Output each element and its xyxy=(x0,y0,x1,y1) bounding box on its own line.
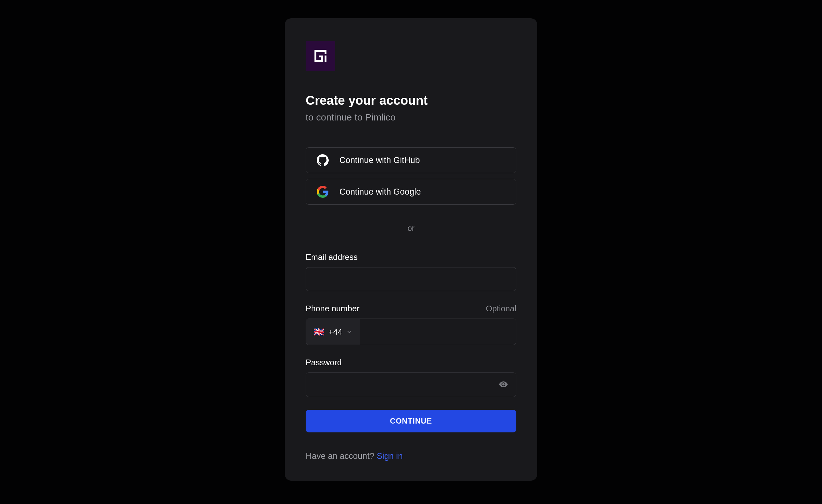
page-title: Create your account xyxy=(306,93,516,107)
footer-prompt: Have an account? Sign in xyxy=(306,451,516,461)
divider-text: or xyxy=(401,223,421,233)
footer-prompt-text: Have an account? xyxy=(306,451,377,461)
brand-logo xyxy=(306,41,335,71)
continue-button[interactable]: CONTINUE xyxy=(306,410,516,432)
phone-input[interactable] xyxy=(360,319,516,345)
google-icon xyxy=(317,186,329,198)
continue-with-github-button[interactable]: Continue with GitHub xyxy=(306,147,516,173)
sign-in-link[interactable]: Sign in xyxy=(377,451,403,461)
password-label: Password xyxy=(306,358,342,368)
email-label: Email address xyxy=(306,252,358,262)
svg-rect-0 xyxy=(325,55,327,62)
password-field-group: Password xyxy=(306,358,516,397)
eye-icon xyxy=(499,380,508,389)
password-input[interactable] xyxy=(306,373,516,397)
page-subtitle: to continue to Pimlico xyxy=(306,112,516,123)
divider-line-left xyxy=(306,228,401,228)
toggle-password-visibility-button[interactable] xyxy=(497,378,510,392)
divider: or xyxy=(306,223,516,233)
country-flag-icon: 🇬🇧 xyxy=(314,327,325,337)
chevron-down-icon xyxy=(346,329,352,335)
phone-field-group: Phone number Optional 🇬🇧 +44 xyxy=(306,304,516,345)
continue-with-google-button[interactable]: Continue with Google xyxy=(306,179,516,205)
signup-card: Create your account to continue to Pimli… xyxy=(285,18,537,481)
github-icon xyxy=(317,154,329,166)
pimlico-logo-icon xyxy=(313,48,328,64)
country-code-text: +44 xyxy=(328,327,342,337)
phone-label: Phone number xyxy=(306,304,360,314)
google-button-label: Continue with Google xyxy=(339,187,421,197)
github-button-label: Continue with GitHub xyxy=(339,155,420,165)
country-code-selector[interactable]: 🇬🇧 +44 xyxy=(306,319,360,345)
email-field-group: Email address xyxy=(306,252,516,291)
divider-line-right xyxy=(421,228,516,228)
phone-input-row: 🇬🇧 +44 xyxy=(306,319,516,345)
email-input[interactable] xyxy=(306,267,516,291)
phone-hint: Optional xyxy=(486,304,516,314)
